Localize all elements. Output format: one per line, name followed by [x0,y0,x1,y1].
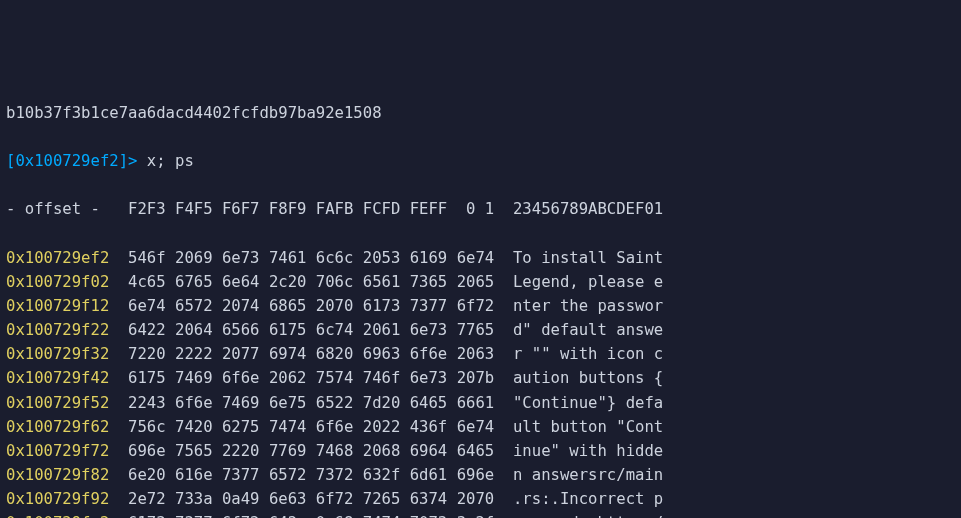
hexdump-row: 0x100729f42 6175 7469 6f6e 2062 7574 746… [6,366,953,390]
hex-addr: 0x100729fa2 [6,514,109,518]
hex-addr: 0x100729f62 [6,418,109,436]
hex-ascii: "Continue"} defa [494,394,663,412]
hexdump-row: 0x100729f72 696e 7565 2220 7769 7468 206… [6,439,953,463]
hex-bytes: 6422 2064 6566 6175 6c74 2061 6e73 7765 [109,321,494,339]
hex-bytes: 2e72 733a 0a49 6e63 6f72 7265 6374 2070 [109,490,494,508]
hex-bytes: 6173 7377 6f72 642e 0a68 7474 7073 3a2f [109,514,494,518]
hex-bytes: 6e74 6572 2074 6865 2070 6173 7377 6f72 [109,297,494,315]
hex-addr: 0x100729f52 [6,394,109,412]
hex-ascii: inue" with hidde [494,442,663,460]
hex-addr: 0x100729f72 [6,442,109,460]
hex-addr: 0x100729f92 [6,490,109,508]
prompt-addr: 0x100729ef2 [15,152,118,170]
hex-bytes: 6175 7469 6f6e 2062 7574 746f 6e73 207b [109,369,494,387]
hex-ascii: d" default answe [494,321,663,339]
hex-addr: 0x100729ef2 [6,249,109,267]
hexdump-row: 0x100729f62 756c 7420 6275 7474 6f6e 202… [6,415,953,439]
hash-line: b10b37f3b1ce7aa6dacd4402fcfdb97ba92e1508 [6,101,953,125]
hex-addr: 0x100729f02 [6,273,109,291]
hex-ascii: nter the passwor [494,297,663,315]
hexdump-row: 0x100729f52 2243 6f6e 7469 6e75 6522 7d2… [6,391,953,415]
hexdump-row: 0x100729f02 4c65 6765 6e64 2c20 706c 656… [6,270,953,294]
hex-addr: 0x100729f82 [6,466,109,484]
hexdump-header: - offset - F2F3 F4F5 F6F7 F8F9 FAFB FCFD… [6,197,953,221]
hex-addr: 0x100729f32 [6,345,109,363]
prompt-open: [ [6,152,15,170]
hexdump-row: 0x100729ef2 546f 2069 6e73 7461 6c6c 205… [6,246,953,270]
hex-bytes: 696e 7565 2220 7769 7468 2068 6964 6465 [109,442,494,460]
hex-bytes: 4c65 6765 6e64 2c20 706c 6561 7365 2065 [109,273,494,291]
hexdump-row: 0x100729f22 6422 2064 6566 6175 6c74 206… [6,318,953,342]
hex-addr: 0x100729f42 [6,369,109,387]
hex-addr: 0x100729f22 [6,321,109,339]
hex-bytes: 6e20 616e 7377 6572 7372 632f 6d61 696e [109,466,494,484]
hex-ascii: Legend, please e [494,273,663,291]
hex-ascii: ult button "Cont [494,418,663,436]
hexdump-row: 0x100729f82 6e20 616e 7377 6572 7372 632… [6,463,953,487]
hexdump-row: 0x100729fa2 6173 7377 6f72 642e 0a68 747… [6,511,953,518]
prompt-line-1[interactable]: [0x100729ef2]> x; ps [6,149,953,173]
prompt-close: ]> [119,152,147,170]
hex-bytes: 2243 6f6e 7469 6e75 6522 7d20 6465 6661 [109,394,494,412]
hex-addr: 0x100729f12 [6,297,109,315]
hex-bytes: 756c 7420 6275 7474 6f6e 2022 436f 6e74 [109,418,494,436]
hex-ascii: assword..https:/ [494,514,663,518]
hex-bytes: 7220 2222 2077 6974 6820 6963 6f6e 2063 [109,345,494,363]
hex-ascii: r "" with icon c [494,345,663,363]
hexdump-row: 0x100729f12 6e74 6572 2074 6865 2070 617… [6,294,953,318]
hex-ascii: To install Saint [494,249,663,267]
hexdump-row: 0x100729f32 7220 2222 2077 6974 6820 696… [6,342,953,366]
hex-ascii: .rs:.Incorrect p [494,490,663,508]
hexdump-row: 0x100729f92 2e72 733a 0a49 6e63 6f72 726… [6,487,953,511]
hex-ascii: aution buttons { [494,369,663,387]
command-text: x; ps [147,152,194,170]
hexdump-rows: 0x100729ef2 546f 2069 6e73 7461 6c6c 205… [6,246,953,518]
hex-bytes: 546f 2069 6e73 7461 6c6c 2053 6169 6e74 [109,249,494,267]
hex-ascii: n answersrc/main [494,466,663,484]
